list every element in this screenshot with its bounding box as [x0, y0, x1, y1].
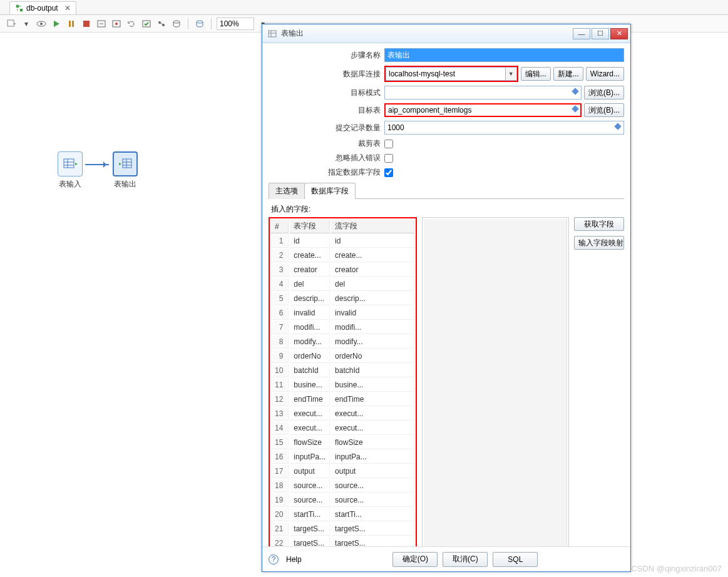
table-row[interactable]: 20startTi...startTi...: [271, 508, 414, 521]
cell-stream-field[interactable]: creator: [331, 263, 414, 277]
chevron-down-icon[interactable]: ▾: [20, 18, 33, 30]
cell-table-field[interactable]: source...: [290, 479, 330, 493]
step-name-field[interactable]: [384, 48, 624, 62]
table-row[interactable]: 5descrip...descrip...: [271, 292, 414, 305]
table-row[interactable]: 19source...source...: [271, 494, 414, 507]
sql-icon[interactable]: [170, 18, 183, 30]
cell-stream-field[interactable]: del: [331, 278, 414, 291]
cell-table-field[interactable]: creator: [290, 263, 330, 277]
get-fields-button[interactable]: 获取字段: [574, 217, 624, 231]
help-icon[interactable]: ?: [269, 554, 279, 564]
table-row[interactable]: 4deldel: [271, 278, 414, 291]
cell-table-field[interactable]: busine...: [290, 379, 330, 392]
connection-input[interactable]: [386, 67, 506, 81]
table-row[interactable]: 14execut...execut...: [271, 422, 414, 435]
table-row[interactable]: 3creatorcreator: [271, 263, 414, 277]
editor-tab[interactable]: db-output ✕: [9, 1, 76, 14]
help-link[interactable]: Help: [286, 555, 302, 564]
cell-table-field[interactable]: invalid: [290, 307, 330, 320]
cell-stream-field[interactable]: batchId: [331, 364, 414, 377]
browse-schema-button[interactable]: 浏览(B)...: [584, 86, 624, 100]
cell-table-field[interactable]: modifi...: [290, 321, 330, 334]
zoom-input[interactable]: [217, 18, 254, 30]
cell-table-field[interactable]: startTi...: [290, 508, 330, 521]
ok-button[interactable]: 确定(O): [392, 552, 438, 567]
hop-arrow[interactable]: [85, 164, 109, 165]
schema-field[interactable]: [384, 86, 582, 100]
explore-db-icon[interactable]: [193, 18, 206, 30]
cell-stream-field[interactable]: orderNo: [331, 350, 414, 363]
table-row[interactable]: 17outputoutput: [271, 465, 414, 478]
pause-icon[interactable]: [65, 18, 78, 30]
table-row[interactable]: 9orderNoorderNo: [271, 350, 414, 363]
dropdown-icon[interactable]: [5, 18, 18, 30]
cell-stream-field[interactable]: modify...: [331, 335, 414, 349]
replay-icon[interactable]: [125, 18, 138, 30]
browse-table-button[interactable]: 浏览(B)...: [584, 103, 624, 117]
table-row[interactable]: 16inputPa...inputPa...: [271, 451, 414, 464]
cell-table-field[interactable]: source...: [290, 494, 330, 507]
preview-icon[interactable]: [95, 18, 108, 30]
commit-size-field[interactable]: [384, 121, 624, 135]
cell-stream-field[interactable]: descrip...: [331, 292, 414, 305]
wizard-button[interactable]: Wizard...: [586, 67, 624, 81]
table-row[interactable]: 18source...source...: [271, 479, 414, 493]
debug-icon[interactable]: [110, 18, 123, 30]
cell-stream-field[interactable]: busine...: [331, 379, 414, 392]
tab-main[interactable]: 主选项: [269, 183, 305, 199]
cell-stream-field[interactable]: startTi...: [331, 508, 414, 521]
target-table-field[interactable]: [384, 103, 582, 117]
field-mapping-button[interactable]: 输入字段映射: [574, 236, 624, 250]
cell-table-field[interactable]: modify...: [290, 335, 330, 349]
chevron-down-icon[interactable]: ▼: [506, 67, 517, 81]
tab-db-fields[interactable]: 数据库字段: [304, 183, 356, 199]
cell-stream-field[interactable]: targetS...: [331, 523, 414, 536]
edit-connection-button[interactable]: 编辑...: [521, 67, 551, 81]
cell-stream-field[interactable]: modifi...: [331, 321, 414, 334]
cell-stream-field[interactable]: id: [331, 235, 414, 248]
eye-icon[interactable]: [35, 18, 48, 30]
table-row[interactable]: 15flowSizeflowSize: [271, 436, 414, 449]
dialog-titlebar[interactable]: 表输出 — ☐ ✕: [262, 24, 630, 43]
table-row[interactable]: 10batchIdbatchId: [271, 364, 414, 377]
cell-table-field[interactable]: id: [290, 235, 330, 248]
close-tab-icon[interactable]: ✕: [64, 4, 71, 13]
cell-table-field[interactable]: endTime: [290, 393, 330, 406]
cell-table-field[interactable]: output: [290, 465, 330, 478]
cell-stream-field[interactable]: execut...: [331, 422, 414, 435]
table-row[interactable]: 13execut...execut...: [271, 407, 414, 421]
cell-stream-field[interactable]: source...: [331, 479, 414, 493]
ignore-errors-checkbox[interactable]: [384, 154, 393, 163]
cell-table-field[interactable]: batchId: [290, 364, 330, 377]
step-node-table-output[interactable]: 表输出: [111, 151, 139, 190]
cell-table-field[interactable]: descrip...: [290, 292, 330, 305]
cell-stream-field[interactable]: output: [331, 465, 414, 478]
step-node-table-input[interactable]: 表输入: [56, 151, 84, 190]
stop-icon[interactable]: [80, 18, 93, 30]
cell-stream-field[interactable]: endTime: [331, 393, 414, 406]
cell-table-field[interactable]: orderNo: [290, 350, 330, 363]
cell-table-field[interactable]: execut...: [290, 422, 330, 435]
cell-table-field[interactable]: del: [290, 278, 330, 291]
cell-stream-field[interactable]: invalid: [331, 307, 414, 320]
fields-table[interactable]: # 表字段 流字段 1idid2create...create...3creat…: [269, 217, 417, 553]
cancel-button[interactable]: 取消(C): [443, 552, 488, 567]
table-row[interactable]: 21targetS...targetS...: [271, 523, 414, 536]
cell-stream-field[interactable]: source...: [331, 494, 414, 507]
cell-table-field[interactable]: create...: [290, 249, 330, 262]
table-row[interactable]: 1idid: [271, 235, 414, 248]
table-row[interactable]: 11busine...busine...: [271, 379, 414, 392]
run-icon[interactable]: [50, 18, 63, 30]
cell-stream-field[interactable]: inputPa...: [331, 451, 414, 464]
check-icon[interactable]: [140, 18, 153, 30]
cell-table-field[interactable]: targetS...: [290, 523, 330, 536]
cell-stream-field[interactable]: execut...: [331, 407, 414, 421]
table-row[interactable]: 7modifi...modifi...: [271, 321, 414, 334]
impact-icon[interactable]: [155, 18, 168, 30]
table-row[interactable]: 6invalidinvalid: [271, 307, 414, 320]
cell-table-field[interactable]: flowSize: [290, 436, 330, 449]
connection-combo[interactable]: ▼: [384, 66, 518, 82]
maximize-button[interactable]: ☐: [592, 28, 609, 39]
table-row[interactable]: 2create...create...: [271, 249, 414, 262]
cell-stream-field[interactable]: create...: [331, 249, 414, 262]
